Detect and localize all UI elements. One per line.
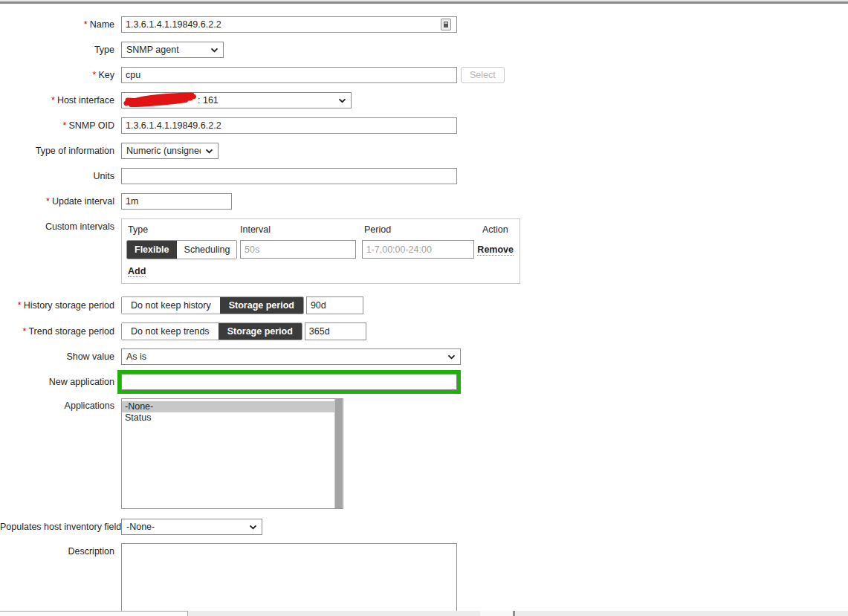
host-interface-label: *Host interface xyxy=(0,92,121,106)
update-interval-label: *Update interval xyxy=(0,193,121,207)
scrollbar-track-segment xyxy=(480,611,513,616)
new-application-label: New application xyxy=(0,370,121,387)
do-not-keep-trends-button[interactable]: Do not keep trends xyxy=(122,323,219,340)
trend-storage-value-input[interactable] xyxy=(305,322,366,340)
item-form: *Name Type SNMP agent *Key Select *Host … xyxy=(0,16,848,616)
show-value-label: Show value xyxy=(0,348,121,362)
inventory-label: Populates host inventory field xyxy=(0,519,121,532)
scrollbar-divider xyxy=(513,611,515,616)
description-label: Description xyxy=(0,543,121,557)
key-label: *Key xyxy=(0,67,121,80)
type-label: Type xyxy=(0,42,121,55)
custom-intervals-box: Type Interval Period Action Flexible Sch… xyxy=(121,218,520,284)
chevron-down-icon xyxy=(205,149,213,154)
form-row-key: *Key Select xyxy=(0,67,848,83)
content-divider xyxy=(0,1,848,4)
form-row-type: Type SNMP agent xyxy=(0,42,848,58)
new-application-input[interactable] xyxy=(121,374,457,390)
form-row-description: Description xyxy=(0,543,848,616)
chevron-down-icon xyxy=(249,525,257,530)
column-header-period: Period xyxy=(364,224,479,235)
snmp-oid-label: *SNMP OID xyxy=(0,117,121,131)
column-header-interval: Interval xyxy=(240,224,358,235)
name-label: *Name xyxy=(0,16,121,30)
form-row-host-interface: *Host interface : 161 xyxy=(0,92,848,108)
type-of-information-label: Type of information xyxy=(0,143,121,156)
form-row-name: *Name xyxy=(0,16,848,33)
update-interval-input[interactable] xyxy=(121,193,232,210)
column-header-type: Type xyxy=(126,224,237,235)
remove-link[interactable]: Remove xyxy=(477,244,514,256)
units-label: Units xyxy=(0,168,121,181)
host-interface-select[interactable]: : 161 xyxy=(121,92,352,108)
type-of-information-select[interactable]: Numeric (unsigned) xyxy=(121,143,219,159)
listbox-scrollbar-thumb[interactable] xyxy=(335,399,342,508)
applications-label: Applications xyxy=(0,398,121,411)
units-input[interactable] xyxy=(121,168,457,184)
key-input[interactable] xyxy=(121,67,457,83)
history-storage-value-input[interactable] xyxy=(306,296,363,314)
form-row-trend-storage: *Trend storage period Do not keep trends… xyxy=(0,322,848,340)
form-row-applications: Applications -None- Status xyxy=(0,398,848,509)
horizontal-scrollbar-thumb[interactable] xyxy=(0,611,188,616)
form-row-history-storage: *History storage period Do not keep hist… xyxy=(0,296,848,314)
form-row-new-application: New application xyxy=(0,370,848,394)
applications-listbox[interactable]: -None- Status xyxy=(121,398,343,509)
history-storage-period-button[interactable]: Storage period xyxy=(220,297,303,314)
horizontal-scrollbar[interactable] xyxy=(0,611,848,616)
custom-intervals-label: Custom intervals xyxy=(0,218,121,232)
trend-storage-toggle: Do not keep trends Storage period xyxy=(121,322,302,340)
history-storage-label: *History storage period xyxy=(0,296,121,311)
inventory-select[interactable]: -None- xyxy=(121,519,262,535)
chevron-down-icon xyxy=(338,98,346,103)
period-input[interactable] xyxy=(362,240,475,259)
form-row-inventory: Populates host inventory field -None- xyxy=(0,519,848,535)
column-header-action: Action xyxy=(482,224,514,235)
list-item[interactable]: -None- xyxy=(122,401,334,412)
redaction-scribble xyxy=(123,90,201,109)
trend-storage-label: *Trend storage period xyxy=(0,322,121,337)
form-row-custom-intervals: Custom intervals Type Interval Period Ac… xyxy=(0,218,848,284)
snmp-oid-input[interactable] xyxy=(121,117,457,134)
add-link[interactable]: Add xyxy=(128,266,146,277)
highlight-box xyxy=(117,370,461,394)
chevron-down-icon xyxy=(210,48,219,53)
list-item[interactable]: Status xyxy=(122,412,334,424)
history-storage-toggle: Do not keep history Storage period xyxy=(121,296,304,314)
custom-interval-row: Flexible Scheduling Remove xyxy=(126,240,514,259)
interval-type-toggle: Flexible Scheduling xyxy=(126,240,237,259)
interval-input[interactable] xyxy=(240,240,356,259)
form-row-show-value: Show value As is xyxy=(0,348,848,365)
form-row-type-of-information: Type of information Numeric (unsigned) xyxy=(0,143,848,159)
show-value-select[interactable]: As is xyxy=(121,348,461,365)
form-row-snmp-oid: *SNMP OID xyxy=(0,117,848,134)
trend-storage-period-button[interactable]: Storage period xyxy=(219,323,302,340)
chevron-down-icon xyxy=(447,354,456,360)
type-select[interactable]: SNMP agent xyxy=(121,42,224,58)
description-textarea[interactable] xyxy=(121,543,457,616)
flexible-toggle-button[interactable]: Flexible xyxy=(127,241,177,259)
autofill-icon[interactable] xyxy=(441,19,451,30)
key-select-button[interactable]: Select xyxy=(461,67,505,83)
form-row-units: Units xyxy=(0,168,848,184)
host-interface-visible-value: : 161 xyxy=(198,95,219,106)
scheduling-toggle-button[interactable]: Scheduling xyxy=(177,241,237,259)
custom-intervals-header: Type Interval Period Action xyxy=(126,224,514,240)
listbox-scrollbar[interactable] xyxy=(334,399,343,508)
do-not-keep-history-button[interactable]: Do not keep history xyxy=(122,297,220,314)
form-row-update-interval: *Update interval xyxy=(0,193,848,210)
name-input[interactable] xyxy=(121,16,457,33)
